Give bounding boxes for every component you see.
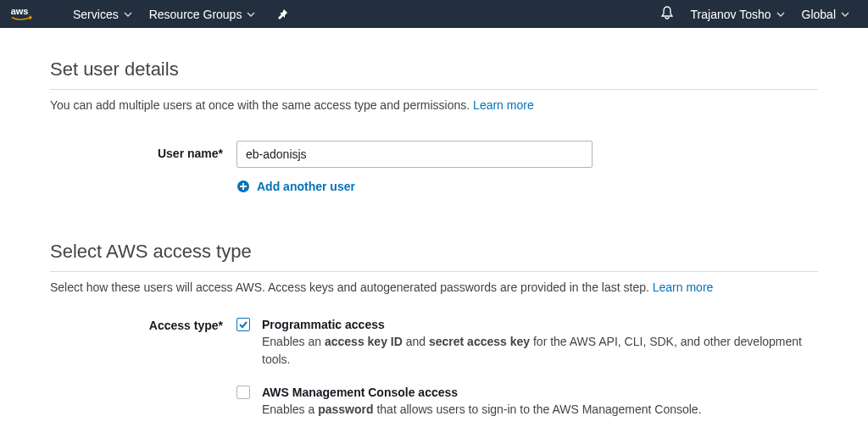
access-option-programmatic-title: Programmatic access [262, 318, 818, 331]
chevron-down-icon [124, 12, 132, 17]
pin-icon[interactable] [269, 0, 298, 28]
learn-more-link[interactable]: Learn more [473, 98, 534, 112]
section-access-type-title: Select AWS access type [50, 241, 818, 272]
section-access-type-desc: Select how these users will access AWS. … [50, 280, 818, 294]
access-type-programmatic-checkbox[interactable] [236, 318, 250, 331]
access-option-console-title: AWS Management Console access [262, 386, 818, 399]
top-navbar: aws Services Resource Groups Trajanov To… [0, 0, 868, 28]
chevron-down-icon [841, 12, 849, 17]
nav-user-menu[interactable]: Trajanov Tosho [682, 0, 793, 28]
section-user-details-title: Set user details [50, 58, 818, 90]
access-type-label: Access type* [50, 318, 236, 332]
access-option-console-desc: Enables a password that allows users to … [262, 401, 818, 419]
section-desc-text: Select how these users will access AWS. … [50, 280, 653, 294]
access-option-programmatic-desc: Enables an access key ID and secret acce… [262, 333, 818, 369]
nav-services-label: Services [73, 8, 119, 21]
chevron-down-icon [776, 12, 785, 17]
username-input[interactable] [236, 141, 593, 168]
notifications-icon[interactable] [652, 6, 682, 22]
nav-resource-groups-label: Resource Groups [149, 8, 242, 21]
svg-text:aws: aws [11, 6, 29, 16]
username-label: User name* [50, 141, 236, 160]
aws-logo[interactable]: aws [10, 5, 42, 24]
add-another-user-label: Add another user [257, 180, 355, 193]
nav-services[interactable]: Services [64, 0, 141, 28]
chevron-down-icon [247, 12, 255, 17]
plus-circle-icon [236, 180, 250, 193]
nav-user-label: Trajanov Tosho [691, 8, 771, 21]
section-user-details-desc: You can add multiple users at once with … [50, 98, 818, 112]
nav-region-label: Global [802, 8, 836, 21]
section-desc-text: You can add multiple users at once with … [50, 98, 473, 112]
learn-more-link[interactable]: Learn more [653, 280, 714, 294]
add-another-user-button[interactable]: Add another user [236, 180, 711, 193]
nav-resource-groups[interactable]: Resource Groups [141, 0, 264, 28]
access-type-console-checkbox[interactable] [236, 386, 250, 399]
nav-region-menu[interactable]: Global [793, 0, 858, 28]
